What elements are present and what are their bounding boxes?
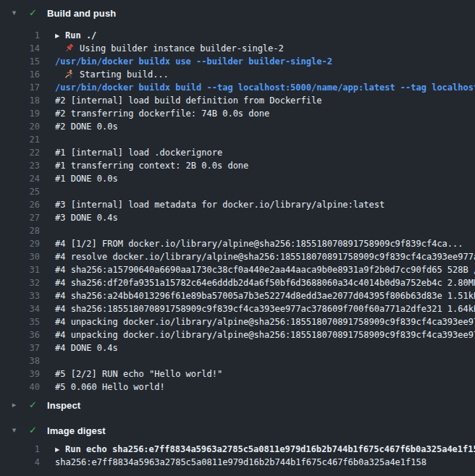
log-line: 29 #4 [1/2] FROM docker.io/library/alpin… [0,237,475,250]
log-line: 40 #5 0.060 Hello world! [0,381,475,394]
log-line: 16 Starting build... [0,68,475,81]
line-number[interactable]: 36 [0,328,40,341]
log-text: #3 [internal] load metadata for docker.i… [55,198,384,211]
log-text: Starting build... [55,68,169,81]
log-text: #5 0.060 Hello world! [55,381,165,394]
log-line: 30 #4 resolve docker.io/library/alpine@s… [0,250,475,263]
log-text: #4 unpacking docker.io/library/alpine@sh… [55,328,475,341]
log-text: #2 transferring dockerfile: 74B 0.0s don… [55,107,269,120]
log-text: #4 sha256:a24bb4013296f61e89ba57005a7b3e… [55,289,475,302]
log-group-inspect: Inspect [0,398,475,412]
log-group-title: Inspect [47,400,80,411]
log-line: 21 [0,133,475,146]
log-line: 38 [0,354,475,367]
line-number[interactable]: 39 [0,367,40,381]
line-number[interactable]: 40 [0,381,40,394]
line-number[interactable]: 19 [0,107,40,120]
log-line: 36 #4 unpacking docker.io/library/alpine… [0,328,475,341]
line-number[interactable]: 33 [0,289,40,302]
log-lines-image-digest: 1 Run echo sha256:e7ff8834a5963a2785c5a0… [0,443,475,469]
log-text: #4 DONE 0.4s [55,341,118,354]
line-number[interactable]: 22 [0,146,40,159]
log-group-header-image-digest[interactable]: Image digest [0,423,475,438]
expand-step-icon[interactable] [55,443,65,456]
log-text: #4 resolve docker.io/library/alpine@sha2… [55,250,475,263]
log-text: #4 sha256:df20fa9351a15782c64e6dddb2d4a6… [55,276,475,289]
log-line: 28 [0,224,475,237]
line-number[interactable]: 30 [0,250,40,263]
line-number[interactable]: 15 [0,55,40,68]
runner-emoji-icon [64,69,74,79]
log-line: 39 #5 [2/2] RUN echo "Hello world!" [0,367,475,381]
log-line: 18 #2 [internal] load build definition f… [0,94,475,107]
log-text: #1 transferring context: 2B 0.0s done [55,159,248,172]
line-number[interactable]: 31 [0,263,40,276]
chevron-right-icon[interactable] [9,398,19,412]
line-number[interactable]: 1 [0,29,40,42]
line-number[interactable]: 16 [0,68,40,81]
log-text: #4 unpacking docker.io/library/alpine@sh… [55,315,475,328]
log-line: 37 #4 DONE 0.4s [0,341,475,354]
log-line: 4 sha256:e7ff8834a5963a2785c5a0811e979d1… [0,456,475,469]
log-group-title: Build and push [47,8,116,19]
chevron-down-icon[interactable] [9,423,19,438]
log-line: 31 #4 sha256:a15790640a6690aa1730c38cf0a… [0,263,475,276]
log-group-header-inspect[interactable]: Inspect [0,398,475,412]
log-text: sha256:e7ff8834a5963a2785c5a0811e979d16b… [55,456,426,469]
log-line: 33 #4 sha256:a24bb4013296f61e89ba57005a7… [0,289,475,302]
log-text: #4 sha256:185518070891758909c9f839cf4ca3… [55,302,475,315]
log-text: #5 [2/2] RUN echo "Hello world!" [55,367,222,381]
log-line: 25 [0,185,475,198]
line-number[interactable]: 18 [0,94,40,107]
log-text: #4 sha256:a15790640a6690aa1730c38cf0a440… [55,263,475,276]
log-text: #1 [internal] load .dockerignore [55,146,222,159]
line-number[interactable]: 28 [0,224,40,237]
line-number[interactable]: 23 [0,159,40,172]
log-text: #4 [1/2] FROM docker.io/library/alpine@s… [55,237,463,250]
line-number[interactable]: 4 [0,456,40,469]
log-line: 20 #2 DONE 0.0s [0,120,475,133]
success-check-icon [28,398,38,412]
line-number[interactable]: 24 [0,172,40,185]
log-line: 34 #4 sha256:185518070891758909c9f839cf4… [0,302,475,315]
line-number[interactable]: 35 [0,315,40,328]
log-line: 35 #4 unpacking docker.io/library/alpine… [0,315,475,328]
line-number[interactable]: 32 [0,276,40,289]
line-number[interactable]: 37 [0,341,40,354]
line-number[interactable]: 1 [0,443,40,456]
log-text: Run echo sha256:e7ff8834a5963a2785c5a081… [55,443,475,456]
log-text: Run ./ [55,29,96,42]
chevron-down-icon[interactable] [9,6,19,20]
success-check-icon [28,6,38,20]
line-number[interactable]: 38 [0,354,40,367]
line-number[interactable]: 21 [0,133,40,146]
log-text: #2 [internal] load build definition from… [55,94,321,107]
line-number[interactable]: 26 [0,198,40,211]
log-line: 14 Using builder instance builder-single… [0,42,475,55]
log-line: 26 #3 [internal] load metadata for docke… [0,198,475,211]
log-group-header-build-and-push[interactable]: Build and push [0,6,475,20]
line-number[interactable]: 20 [0,120,40,133]
log-text: #2 DONE 0.0s [55,120,118,133]
log-line: 32 #4 sha256:df20fa9351a15782c64e6dddb2d… [0,276,475,289]
log-line: 1 Run ./ [0,29,475,42]
log-text: #1 DONE 0.0s [55,172,118,185]
log-text-command: /usr/bin/docker buildx build --tag local… [55,81,475,94]
log-group-image-digest: Image digest 1 Run echo sha256:e7ff8834a… [0,423,475,469]
log-text: Using builder instance builder-single-2 [55,42,284,55]
line-number[interactable]: 25 [0,185,40,198]
log-line: 24 #1 DONE 0.0s [0,172,475,185]
workflow-log-viewer: Build and push 1 Run ./ 14 Using builder… [0,0,475,469]
line-number[interactable]: 14 [0,42,40,55]
success-check-icon [28,423,38,438]
log-group-build-and-push: Build and push 1 Run ./ 14 Using builder… [0,6,475,394]
line-number[interactable]: 29 [0,237,40,250]
log-line: 17 /usr/bin/docker buildx build --tag lo… [0,81,475,94]
line-number[interactable]: 27 [0,211,40,224]
expand-step-icon[interactable] [55,30,65,42]
log-line: 1 Run echo sha256:e7ff8834a5963a2785c5a0… [0,443,475,456]
log-line: 19 #2 transferring dockerfile: 74B 0.0s … [0,107,475,120]
log-line: 27 #3 DONE 0.4s [0,211,475,224]
line-number[interactable]: 34 [0,302,40,315]
line-number[interactable]: 17 [0,81,40,94]
